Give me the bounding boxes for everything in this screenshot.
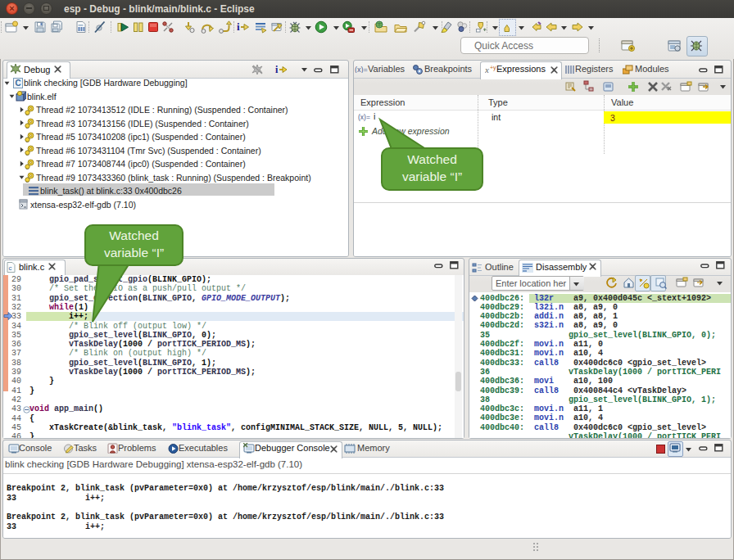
svg-text:i: i xyxy=(275,64,279,75)
svg-text:x: x xyxy=(485,65,489,75)
svg-text:(x)=: (x)= xyxy=(355,65,368,73)
svg-text:i: i xyxy=(237,20,240,33)
svg-text:c: c xyxy=(9,264,12,272)
svg-text:(x)=: (x)= xyxy=(358,113,370,121)
svg-text:C: C xyxy=(16,79,21,88)
svg-text:+y: +y xyxy=(490,65,496,71)
